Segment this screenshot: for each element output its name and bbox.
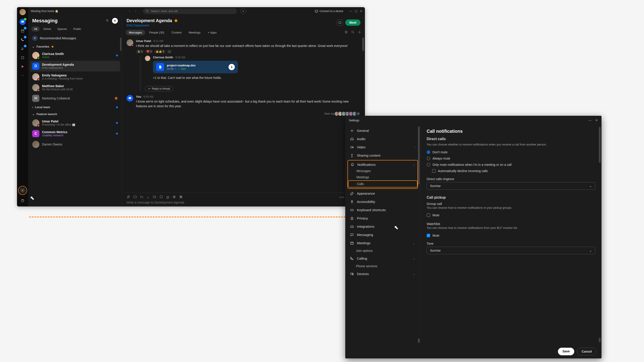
space-settings-icon[interactable] — [358, 30, 361, 35]
rail-call-icon[interactable]: 1 — [20, 37, 26, 43]
seen-avatars[interactable]: +2 — [336, 111, 360, 116]
check-auto-decline[interactable]: Automatically decline incoming calls — [427, 168, 595, 174]
attach-icon[interactable] — [126, 195, 130, 199]
nav-privacy[interactable]: Privacy — [345, 214, 420, 222]
add-reaction[interactable]: ☺ — [167, 50, 172, 53]
sidebar-item[interactable]: Matthew BakerDo Not Disturb until 16:00 — [28, 82, 122, 93]
nav-calling[interactable]: Calling⌄ — [345, 254, 420, 263]
nav-notif-calls[interactable]: Calls — [348, 180, 418, 187]
new-action-button[interactable]: + — [240, 8, 246, 14]
nav-audio[interactable]: Audio — [345, 135, 420, 143]
format-icon[interactable]: Tт — [140, 196, 143, 199]
tab-direct[interactable]: Direct — [41, 26, 54, 31]
record-icon[interactable] — [172, 195, 176, 199]
nav-shortcuts[interactable]: Keyboard shortcuts — [345, 206, 420, 214]
presence-status[interactable]: Working from home 🏠 — [31, 9, 58, 13]
sidebar-item[interactable]: Clarissa SmithActive — [28, 50, 122, 61]
scrollbar-thumb[interactable] — [599, 127, 600, 163]
window-close-icon[interactable]: ✕ — [360, 9, 362, 13]
cancel-button[interactable]: Cancel — [577, 348, 596, 355]
search-input[interactable]: Search, meet, and call — [143, 8, 237, 14]
nav-back-icon[interactable]: ‹ — [127, 8, 132, 14]
nav-notifications[interactable]: Notifications⌄ — [348, 161, 418, 168]
screenshot-icon[interactable] — [133, 195, 137, 199]
nav-general[interactable]: General — [345, 126, 420, 135]
search-in-space-icon[interactable] — [351, 30, 355, 35]
ct-tab-content[interactable]: Content — [168, 30, 185, 35]
sidebar-item[interactable]: M Marketing Collateral 🔕 — [28, 93, 122, 104]
nav-messaging[interactable]: Messaging — [345, 231, 420, 239]
sidebar-item-selected[interactable]: D Development AgendaENG Deployment — [30, 61, 120, 71]
rail-app-icon[interactable] — [20, 54, 26, 61]
nav-devices[interactable]: Devices⌄ — [345, 270, 420, 278]
popout-icon[interactable] — [337, 19, 343, 26]
mention-icon[interactable]: @ — [166, 196, 169, 199]
window-minimize-icon[interactable]: — — [350, 9, 352, 13]
ct-tab-people[interactable]: People (30) — [146, 30, 167, 35]
check-mute-watchlist[interactable]: Mute — [427, 232, 595, 239]
settings-minimize-icon[interactable]: — — [588, 118, 592, 122]
radio-always-mute[interactable]: Always mute — [427, 155, 595, 162]
download-icon[interactable]: ⬇ — [228, 64, 235, 70]
nav-forward-icon[interactable]: › — [133, 8, 138, 14]
section-local-team[interactable]: › Local team — [28, 104, 122, 111]
reply-thread-button[interactable]: ↩ Reply to thread — [145, 86, 173, 91]
scrollbar-thumb[interactable] — [418, 126, 420, 185]
gif-icon[interactable] — [153, 195, 156, 199]
nav-meetings[interactable]: Meetings⌄ — [345, 239, 420, 247]
nav-sharing[interactable]: Sharing content — [345, 151, 420, 160]
new-message-button[interactable]: + — [112, 18, 118, 24]
ct-tab-messages[interactable]: Messages — [126, 30, 145, 35]
radio-only-mute[interactable]: Only mute notifications when I'm in a me… — [427, 162, 595, 168]
tab-public[interactable]: Public — [71, 26, 84, 31]
section-favorites[interactable]: ⌄ Favorites ★ — [28, 43, 122, 50]
scrollbar-thumb[interactable] — [599, 338, 600, 342]
scrollbar-thumb[interactable] — [120, 37, 122, 51]
nav-notif-meetings[interactable]: Meetings — [348, 174, 418, 180]
msg-author[interactable]: Clarissa Smith — [153, 56, 173, 59]
sidebar-item[interactable]: Darren Owens — [28, 139, 122, 150]
ct-tab-meetings[interactable]: Meetings — [186, 30, 204, 35]
filter-icon[interactable] — [104, 18, 110, 24]
nav-notif-messages[interactable]: Messages — [348, 168, 418, 174]
radio-dont-mute[interactable]: Don't mute — [427, 149, 595, 155]
composer-input[interactable]: Write a message to Development Agenda — [126, 201, 360, 204]
sidebar-item[interactable]: Emily NakagawaIn a meeting • Working fro… — [28, 71, 122, 82]
check-mute-group[interactable]: Mute — [427, 212, 595, 218]
scrollbar-thumb[interactable] — [362, 37, 364, 51]
pin-icon[interactable] — [344, 30, 348, 35]
sidebar-item[interactable]: Umar PatelPresenting • At the office 🏢 — [28, 117, 122, 128]
recommended-row[interactable]: ✦ Recommended Messages — [28, 33, 122, 43]
window-maximize-icon[interactable]: ▢ — [355, 9, 357, 13]
more-comp-icon[interactable] — [179, 195, 183, 199]
emoji-icon[interactable]: ☺ — [146, 196, 150, 199]
settings-close-icon[interactable]: ✕ — [595, 118, 598, 122]
nav-appearance[interactable]: Appearance — [345, 189, 420, 198]
section-feature-launch[interactable]: ⌄ Feature launch — [28, 111, 122, 117]
reaction[interactable]: 🙏 1 — [136, 50, 144, 53]
nav-accessibility[interactable]: Accessibility — [345, 198, 420, 206]
ct-tab-apps[interactable]: + Apps — [204, 30, 220, 35]
rail-media-icon[interactable] — [20, 63, 26, 70]
nav-phone-services[interactable]: Phone services — [345, 263, 420, 270]
meet-button[interactable]: Meet — [345, 19, 360, 26]
nav-join-options[interactable]: Join options — [345, 247, 420, 254]
rail-teams-icon[interactable]: 1 — [20, 45, 26, 52]
rail-settings-icon[interactable] — [20, 187, 26, 194]
reaction[interactable]: 👍👍 3 — [154, 50, 165, 53]
rail-chat-icon[interactable]: 5 — [20, 19, 26, 25]
tone-select[interactable]: Sunrise⌄ — [427, 247, 595, 254]
nav-video[interactable]: Video› — [345, 143, 420, 151]
space-subtitle[interactable]: ENG Deployment — [126, 24, 178, 27]
scrollbar-thumb[interactable] — [418, 338, 420, 343]
msg-author[interactable]: Umar Patel — [136, 39, 151, 43]
file-attachment[interactable]: project-roadmap.doc 24 KB•✓ Safe ⬇ — [153, 61, 238, 73]
ringtone-select[interactable]: Sunrise⌄ — [427, 182, 595, 190]
tab-spaces[interactable]: Spaces — [54, 26, 70, 31]
rail-calendar-icon[interactable]: 1 — [20, 28, 26, 34]
save-button[interactable]: Save — [558, 348, 574, 355]
star-icon[interactable]: ★ — [174, 18, 178, 23]
connect-device-button[interactable]: Connect to a device — [314, 9, 343, 13]
rail-more-icon[interactable]: ⋯ — [20, 72, 26, 79]
sidebar-item[interactable]: C Common MetricsUsability research — [28, 128, 122, 139]
